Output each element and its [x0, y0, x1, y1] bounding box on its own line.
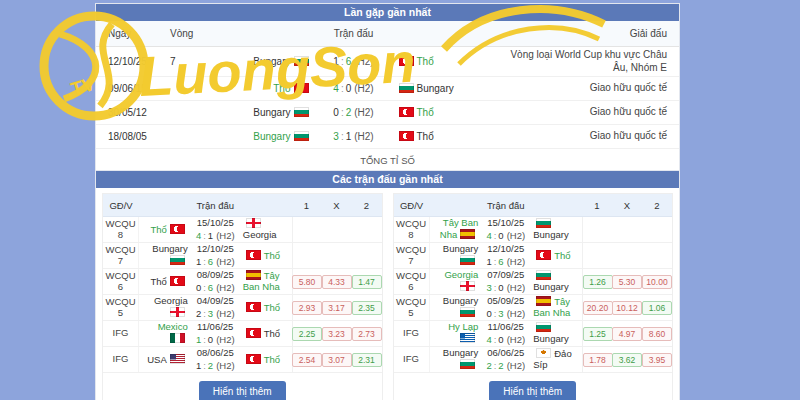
- odd-home[interactable]: 1.25: [582, 321, 612, 346]
- home-team-flag-icon: [460, 255, 475, 265]
- match-column-header: GĐ/V Trận đấu 1 X 2: [103, 194, 382, 217]
- match-date: 12/10/25: [188, 243, 243, 255]
- odd-away[interactable]: 2.35: [352, 295, 382, 320]
- away-team: Thổ: [243, 250, 292, 262]
- recent-match-row[interactable]: IFG Hy Lạp 11/06/25 4:0(H2) Bungary 1.25…: [394, 321, 673, 347]
- stage: IFG: [103, 321, 139, 346]
- odd-away[interactable]: 1.06: [642, 295, 672, 320]
- home-team-name: Bungary: [253, 56, 290, 67]
- odd-home[interactable]: 1.78: [582, 347, 612, 372]
- show-more-button[interactable]: Hiển thị thêm: [199, 381, 286, 400]
- recent-match-row[interactable]: WCQU7 Bungary 12/10/25 1:6(H2) Thổ: [394, 243, 673, 269]
- odd-draw[interactable]: 3.62: [612, 347, 642, 372]
- home-team: Thổ: [210, 83, 312, 94]
- home-team-name: Hy Lạp: [448, 321, 478, 332]
- show-more-button[interactable]: Hiển thị thêm: [489, 381, 576, 400]
- odd-away[interactable]: 3.95: [642, 347, 672, 372]
- home-team-name: Bungary: [443, 295, 478, 306]
- odd-draw[interactable]: [612, 217, 642, 242]
- match-date: 08/09/25: [188, 269, 243, 281]
- odd-away[interactable]: 8.60: [642, 321, 672, 346]
- match-score: 4:0(H2): [478, 334, 533, 346]
- away-team-flag-icon: [536, 218, 551, 228]
- odd-away[interactable]: [352, 243, 382, 268]
- recent-match-row[interactable]: WCQU8 Tây Ban Nha 15/10/25 4:0(H2) Bunga…: [394, 217, 673, 243]
- total-score-label: TỔNG TỈ SỐ: [96, 155, 679, 166]
- recent-match-row[interactable]: WCQU5 Bungary 05/09/25 0:3(H2) Tây Ban N…: [394, 295, 673, 321]
- odd-away[interactable]: 2.31: [352, 347, 382, 372]
- odd-away[interactable]: 2.73: [352, 321, 382, 346]
- home-team: Bungary: [139, 244, 188, 267]
- odd-home[interactable]: [582, 243, 612, 268]
- recent-match-row[interactable]: WCQU8 Thổ 15/10/25 4:1(H2) Georgia: [103, 217, 382, 243]
- odd-draw[interactable]: 3.23: [322, 321, 352, 346]
- recent-match-row[interactable]: WCQU5 Georgia 04/09/25 2:3(H2) Thổ 2.93 …: [103, 295, 382, 321]
- match-date: 05/09/25: [478, 295, 533, 307]
- away-team-name: Thổ: [417, 131, 434, 142]
- recent-match-row[interactable]: WCQU7 Bungary 12/10/25 1:6(H2) Thổ: [103, 243, 382, 269]
- h2h-match-row[interactable]: 12/10/25 7 Bungary 1:6(H2) Thổ Vòng loại…: [96, 47, 679, 77]
- away-team-name: Thổ: [264, 302, 280, 313]
- odd-away[interactable]: 10.00: [642, 269, 672, 294]
- col-odd-2: 2: [642, 200, 672, 211]
- odd-draw[interactable]: 3.17: [322, 295, 352, 320]
- away-team: Thổ: [243, 328, 292, 340]
- recent-match-row[interactable]: IFG Mexico 11/06/25 1:0(H2) Thổ 2.25 3.2…: [103, 321, 382, 347]
- h2h-match-row[interactable]: 18/08/05 Bungary 3:1(H2) Thổ Giao hữu qu…: [96, 125, 679, 149]
- home-team: Bungary: [210, 131, 312, 142]
- odd-home[interactable]: 5.80: [292, 269, 322, 294]
- recent-match-row[interactable]: IFG USA 08/06/25 1:2(H2) Thổ 2.54 3.07 2…: [103, 347, 382, 373]
- odd-draw[interactable]: 5.30: [612, 269, 642, 294]
- match-score: 2:2(H2): [478, 360, 533, 372]
- odd-draw[interactable]: 4.33: [322, 269, 352, 294]
- recent-card: Các trận đấu gần nhất GĐ/V Trận đấu 1 X …: [95, 170, 680, 400]
- odd-home[interactable]: 1.26: [582, 269, 612, 294]
- match-score: 3:0(H2): [478, 282, 533, 294]
- odd-draw[interactable]: 3.07: [322, 347, 352, 372]
- odd-away[interactable]: [642, 217, 672, 242]
- recent-section-header: Các trận đấu gần nhất: [96, 171, 679, 188]
- col-odd-1: 1: [292, 200, 322, 211]
- odd-home[interactable]: [292, 217, 322, 242]
- odd-draw[interactable]: [322, 243, 352, 268]
- recent-rows: WCQU8 Thổ 15/10/25 4:1(H2) Georgia WCQU7: [103, 217, 382, 373]
- home-team-flag-icon: [460, 229, 475, 239]
- h2h-rows: 12/10/25 7 Bungary 1:6(H2) Thổ Vòng loại…: [96, 47, 679, 149]
- home-team: Hy Lạp: [430, 322, 479, 345]
- h2h-match-row[interactable]: 30/05/12 Bungary 0:2(H2) Thổ Giao hữu qu…: [96, 101, 679, 125]
- odd-away[interactable]: [352, 217, 382, 242]
- match-score: 2:3(H2): [188, 308, 243, 320]
- match-date: 12/10/25: [108, 56, 170, 67]
- col-stage: GĐ/V: [103, 200, 139, 211]
- recent-match-row[interactable]: WCQU6 Georgia 07/09/25 3:0(H2) Bungary 1…: [394, 269, 673, 295]
- h2h-match-row[interactable]: 09/06/15 Thổ 4:0(H2) Bungary Giao hữu qu…: [96, 77, 679, 101]
- odd-away[interactable]: [642, 243, 672, 268]
- recent-match-row[interactable]: WCQU6 Thổ 08/09/25 0:6(H2) Tây Ban Nha 5…: [103, 269, 382, 295]
- away-team: Tây Ban Nha: [243, 270, 292, 293]
- odd-home[interactable]: [292, 243, 322, 268]
- home-team-name: Thổ: [273, 83, 290, 94]
- odd-draw[interactable]: [322, 217, 352, 242]
- col-round: Vòng: [170, 28, 210, 39]
- odd-home[interactable]: 2.54: [292, 347, 322, 372]
- away-team: Thổ: [396, 107, 498, 118]
- odd-home[interactable]: 20.20: [582, 295, 612, 320]
- match-score: 1:6(H2): [312, 56, 396, 67]
- odd-draw[interactable]: [612, 243, 642, 268]
- away-team-name: Thổ: [264, 250, 280, 261]
- odd-home[interactable]: 2.93: [292, 295, 322, 320]
- odd-draw[interactable]: 4.97: [612, 321, 642, 346]
- odd-away[interactable]: 1.47: [352, 269, 382, 294]
- away-team: Bungary: [396, 83, 498, 94]
- away-team: Thổ: [243, 302, 292, 314]
- home-team-flag-icon: [170, 224, 185, 234]
- odd-draw[interactable]: 10.12: [612, 295, 642, 320]
- odd-home[interactable]: 2.25: [292, 321, 322, 346]
- home-team-flag-icon: [170, 333, 185, 343]
- away-team-flag-icon: [246, 328, 261, 338]
- col-match: Trận đấu: [312, 28, 396, 39]
- odd-home[interactable]: [582, 217, 612, 242]
- away-team-flag-icon: [246, 250, 261, 260]
- away-team: Thổ: [533, 250, 582, 262]
- recent-match-row[interactable]: IFG Bungary 06/06/25 2:2(H2) Đảo Síp 1.7…: [394, 347, 673, 373]
